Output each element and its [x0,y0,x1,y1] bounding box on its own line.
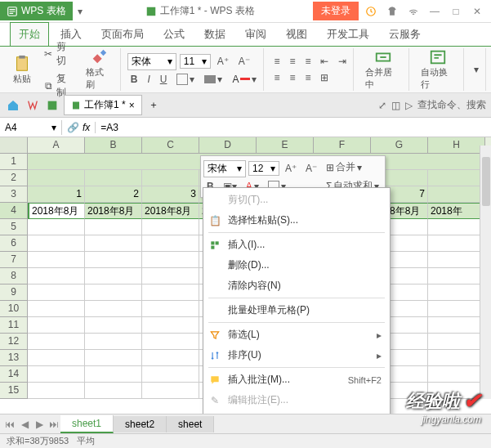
col-head[interactable]: B [85,137,142,153]
mini-dec-font[interactable]: A⁻ [302,161,320,176]
align-center-button[interactable]: ≡ [286,70,298,85]
row-head[interactable]: 4 [0,203,28,219]
col-head[interactable]: F [314,137,371,153]
italic-button[interactable]: I [144,72,153,87]
row-head[interactable]: 6 [0,235,28,252]
tab-cloud[interactable]: 云服务 [381,23,429,46]
cell[interactable]: 2018年 [428,203,485,219]
sheet-nav-prev[interactable]: ◀ [18,418,31,431]
ctx-insert-comment[interactable]: 插入批注(M)...Shift+F2 [203,370,390,390]
row-head[interactable]: 7 [0,252,28,268]
align-right-button[interactable]: ≡ [301,70,314,85]
new-tab-button[interactable]: ＋ [145,97,162,114]
cell[interactable]: 2018年8月 [85,203,142,219]
merge-center-button[interactable]: 合并居中 [360,47,404,92]
sheet-nav-last[interactable]: ⏭ [47,418,60,431]
mini-size-select[interactable]: 12▾ [248,161,279,176]
cut-button[interactable]: ✂剪切 [39,38,78,69]
link-icon[interactable]: 🔗 [67,122,79,133]
col-head[interactable]: E [257,137,314,153]
row-head[interactable]: 8 [0,268,28,284]
increase-font-button[interactable]: A⁺ [214,54,232,69]
wifi-icon[interactable] [406,4,421,19]
tab-view[interactable]: 视图 [278,23,315,46]
paste-button[interactable]: 粘贴 [8,53,36,87]
row-head[interactable]: 12 [0,334,28,350]
tab-data[interactable]: 数据 [196,23,234,46]
row-head[interactable]: 15 [0,383,28,399]
col-head[interactable]: G [371,137,428,153]
fill-color-button[interactable]: ▾ [201,72,225,87]
cell[interactable]: 1 [28,186,85,203]
docer-tab-icon[interactable] [44,97,60,114]
merge-split-button[interactable]: ⊞ [317,70,332,85]
sheet-nav-first[interactable]: ⏮ [3,418,16,431]
border-button[interactable]: ▾ [173,72,198,87]
font-size-select[interactable]: 11▾ [180,54,211,69]
tab-dev[interactable]: 开发工具 [319,23,377,46]
align-mid-button[interactable]: ≡ [286,54,298,69]
cell[interactable]: 2018年8月 [28,203,85,219]
format-painter-button[interactable]: 格式刷 [81,47,116,92]
cell[interactable] [428,186,485,203]
home-tab-icon[interactable] [5,97,21,114]
font-color-button[interactable]: A▾ [229,72,260,87]
ctx-sort[interactable]: 排序(U)▸ [203,345,390,365]
row-head[interactable]: 14 [0,366,28,383]
login-badge[interactable]: 未登录 [313,2,359,20]
row-head[interactable]: 3 [0,186,28,203]
sheet-tab[interactable]: sheet2 [114,416,167,432]
row-head[interactable]: 2 [0,170,28,186]
sync-icon[interactable] [364,4,378,19]
fx-icon[interactable]: fx [83,122,90,133]
col-head[interactable]: A [28,137,85,153]
align-left-button[interactable]: ≡ [270,70,283,85]
row-head[interactable]: 10 [0,301,28,317]
col-head[interactable]: H [428,137,485,153]
close-icon[interactable]: ✕ [470,4,484,19]
formula-input[interactable]: =A3 [96,120,491,135]
cell[interactable]: 2 [85,186,142,203]
sheet-tab[interactable]: sheet [167,416,214,432]
search-hint[interactable]: 查找命令、搜索 [417,98,486,112]
ctx-filter[interactable]: 筛选(L)▸ [203,325,390,345]
col-head[interactable]: C [142,137,199,153]
vertical-scrollbar[interactable] [480,146,491,399]
sheet-tab[interactable]: sheet1 [60,415,114,433]
row-head[interactable]: 5 [0,219,28,235]
mini-inc-font[interactable]: A⁺ [282,161,300,176]
font-name-select[interactable]: 宋体▾ [127,53,176,70]
skin-icon[interactable] [385,4,399,19]
select-all-corner[interactable] [0,137,28,153]
wrap-text-button[interactable]: 自动换行 [416,47,460,92]
align-bot-button[interactable]: ≡ [301,54,314,69]
cell-reference-input[interactable]: A4▾ [0,120,62,135]
decrease-font-button[interactable]: A⁻ [235,54,253,69]
my-wps-tab-icon[interactable] [25,97,41,114]
cell[interactable]: 3 [142,186,199,203]
row-head[interactable]: 1 [0,154,28,170]
sheet-nav-next[interactable]: ▶ [33,418,46,431]
indent-inc-button[interactable]: ⇥ [335,54,350,69]
align-top-button[interactable]: ≡ [270,54,283,69]
underline-button[interactable]: U [157,72,171,87]
close-tab-icon[interactable]: × [129,100,135,111]
ctx-insert[interactable]: 插入(I)... [203,235,390,255]
row-head[interactable]: 13 [0,350,28,366]
ctx-delete[interactable]: 删除(D)... [203,255,390,276]
tab-review[interactable]: 审阅 [237,23,275,46]
split-icon[interactable]: ◫ [391,100,400,111]
expand-icon[interactable]: ⤢ [378,100,386,111]
ctx-paste-special[interactable]: 📋选择性粘贴(S)... [203,210,390,231]
ctx-clear[interactable]: 清除内容(N) [203,276,390,296]
mini-font-select[interactable]: 宋体▾ [203,160,246,177]
col-head[interactable]: D [199,137,257,153]
mini-merge-button[interactable]: ⊞ 合并▾ [323,159,382,176]
row-head[interactable]: 9 [0,284,28,301]
tab-formula[interactable]: 公式 [155,23,193,46]
titlebar-dropdown-icon[interactable]: ▾ [73,6,87,17]
ctx-batch[interactable]: 批量处理单元格(P) [203,300,390,320]
cell[interactable]: 2018年8月 [142,203,199,219]
bold-button[interactable]: B [127,72,141,87]
more-dropdown-icon[interactable]: ▾ [471,62,482,77]
